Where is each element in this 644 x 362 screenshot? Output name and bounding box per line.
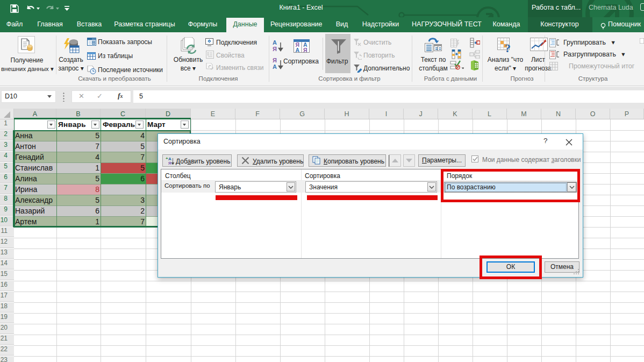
svg-text:Я: Я	[303, 47, 307, 53]
svg-text:Я: Я	[168, 161, 171, 165]
svg-text:?: ?	[505, 41, 511, 53]
svg-text:А: А	[273, 63, 277, 69]
svg-text:Я: Я	[273, 46, 277, 52]
svg-text:Я: Я	[273, 57, 277, 63]
svg-text:А: А	[273, 39, 277, 46]
svg-text:А: А	[296, 47, 300, 53]
